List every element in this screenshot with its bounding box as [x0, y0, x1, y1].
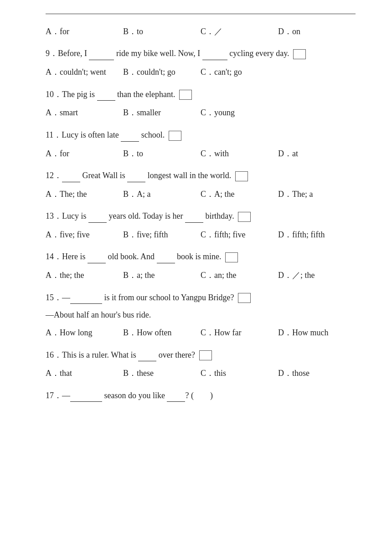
option-15d: D．How much [278, 325, 356, 340]
option-16d: D．those [278, 366, 356, 380]
option-15a: A．How long [46, 325, 123, 340]
option-11c: C．with [201, 146, 278, 161]
option-b: B．to [123, 24, 201, 39]
question-10-text: 10．The pig is than the elephant. [46, 88, 356, 101]
option-12a: A．The; the [46, 187, 123, 201]
option-14d: D．／; the [278, 268, 356, 282]
option-12b: B．A; a [123, 187, 201, 201]
options-row-16: A．that B．these C．this D．those [46, 366, 356, 380]
option-13b: B．five; fifth [123, 227, 201, 242]
options-row-top: A．for B．to C．／ D．on [46, 24, 356, 39]
option-13c: C．fifth; five [201, 227, 278, 242]
option-12d: D．The; a [278, 187, 356, 201]
options-row-12: A．The; the B．A; a C．A; the D．The; a [46, 187, 356, 201]
option-10a: A．smart [46, 105, 123, 120]
option-11d: D．at [278, 146, 356, 161]
option-12c: C．A; the [201, 187, 278, 201]
question-13: 13．Lucy is years old. Today is her birth… [46, 210, 356, 242]
options-row-13: A．five; five B．five; fifth C．fifth; five… [46, 227, 356, 242]
question-9: 9．Before, I ride my bike well. Now, I cy… [46, 47, 356, 79]
question-12: 12． Great Wall is longest wall in the wo… [46, 169, 356, 201]
option-13d: D．fifth; fifth [278, 227, 356, 242]
question-11: 11．Lucy is often late school. A．for B．to… [46, 128, 356, 161]
question-9-text: 9．Before, I ride my bike well. Now, I cy… [46, 47, 356, 60]
option-c: C．／ [201, 24, 278, 39]
question-12-text: 12． Great Wall is longest wall in the wo… [46, 169, 356, 182]
option-16c: C．this [201, 366, 278, 380]
option-9a: A．couldn't; went [46, 65, 123, 79]
option-14a: A．the; the [46, 268, 123, 282]
options-row-11: A．for B．to C．with D．at [46, 146, 356, 161]
question-15: 15．— is it from our school to Yangpu Bri… [46, 291, 356, 340]
question-16: 16．This is a ruler. What is over there? … [46, 349, 356, 381]
question-17-text: 17．— season do you like ? ( ) [46, 389, 356, 402]
question-13-text: 13．Lucy is years old. Today is her birth… [46, 210, 356, 223]
question-10: 10．The pig is than the elephant. A．smart… [46, 88, 356, 120]
question-14: 14．Here is old book. And book is mine. A… [46, 250, 356, 282]
options-row-14: A．the; the B．a; the C．an; the D．／; the [46, 268, 356, 282]
option-10c: C．young [201, 105, 278, 120]
options-row-10: A．smart B．smaller C．young [46, 105, 356, 120]
option-9c: C．can't; go [201, 65, 278, 79]
question-11-text: 11．Lucy is often late school. [46, 128, 356, 142]
question-17: 17．— season do you like ? ( ) [46, 389, 356, 402]
option-16b: B．these [123, 366, 201, 380]
option-10d [278, 105, 356, 120]
option-11a: A．for [46, 146, 123, 161]
top-options-block: A．for B．to C．／ D．on [46, 24, 356, 39]
option-11b: B．to [123, 146, 201, 161]
question-14-text: 14．Here is old book. And book is mine. [46, 250, 356, 263]
top-line [46, 14, 356, 14]
option-13a: A．five; five [46, 227, 123, 242]
option-9b: B．couldn't; go [123, 65, 201, 79]
question-15-text: 15．— is it from our school to Yangpu Bri… [46, 291, 356, 304]
options-row-15: A．How long B．How often C．How far D．How m… [46, 325, 356, 340]
option-9d [278, 65, 356, 79]
option-10b: B．smaller [123, 105, 201, 120]
option-15c: C．How far [201, 325, 278, 340]
option-14b: B．a; the [123, 268, 201, 282]
option-14c: C．an; the [201, 268, 278, 282]
option-a: A．for [46, 24, 123, 39]
option-16a: A．that [46, 366, 123, 380]
option-d: D．on [278, 24, 356, 39]
question-16-text: 16．This is a ruler. What is over there? [46, 349, 356, 362]
question-15-subtext: —About half an hour's bus ride. [46, 308, 356, 322]
options-row-9: A．couldn't; went B．couldn't; go C．can't;… [46, 65, 356, 79]
option-15b: B．How often [123, 325, 201, 340]
